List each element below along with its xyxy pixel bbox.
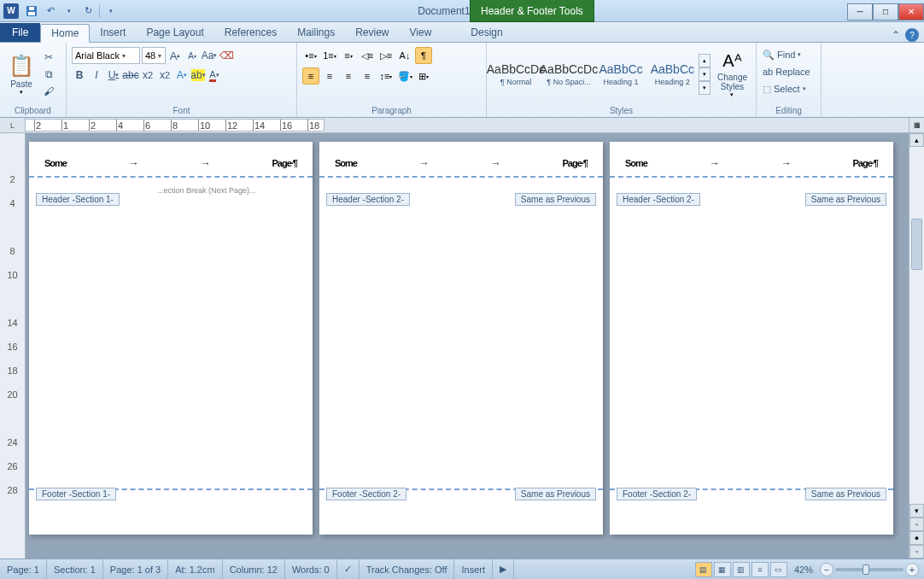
- minimize-button[interactable]: ─: [847, 3, 873, 20]
- decrease-indent-icon[interactable]: ◁≡: [359, 47, 376, 64]
- view-web-layout[interactable]: ▥: [733, 562, 750, 577]
- save-icon[interactable]: [24, 3, 39, 19]
- close-button[interactable]: ✕: [898, 3, 924, 20]
- zoom-slider[interactable]: [835, 568, 904, 571]
- page-header-text[interactable]: Some→→Page·¶: [610, 142, 893, 173]
- tab-selector[interactable]: L: [0, 118, 26, 132]
- style-normal[interactable]: AaBbCcDc¶ Normal: [490, 53, 541, 96]
- scroll-down-button[interactable]: ▾: [909, 504, 924, 518]
- status-words[interactable]: Words: 0: [285, 559, 337, 579]
- font-size-combo[interactable]: 48▾: [142, 47, 166, 64]
- scroll-track[interactable]: [909, 147, 924, 504]
- tab-home[interactable]: Home: [40, 24, 90, 43]
- style-heading-1[interactable]: AaBbCcHeading 1: [596, 53, 646, 96]
- status-macro-icon[interactable]: ▶: [493, 559, 514, 579]
- multilevel-icon[interactable]: ≡▾: [340, 47, 357, 64]
- italic-icon[interactable]: I: [89, 67, 104, 83]
- clear-formatting-icon[interactable]: ⌫: [219, 48, 234, 63]
- increase-indent-icon[interactable]: ▷≡: [377, 47, 395, 64]
- view-print-layout[interactable]: ▤: [695, 562, 712, 577]
- scroll-thumb[interactable]: [911, 219, 922, 270]
- view-draft[interactable]: ▭: [770, 562, 787, 577]
- zoom-out-button[interactable]: −: [820, 563, 833, 576]
- line-spacing-icon[interactable]: ↕≡▾: [377, 67, 395, 85]
- tab-review[interactable]: Review: [345, 23, 399, 42]
- tab-design[interactable]: Design: [460, 23, 512, 42]
- tab-mailings[interactable]: Mailings: [287, 23, 345, 42]
- document-page[interactable]: Some→→Page·¶Header -Section 2-Same as Pr…: [610, 142, 893, 535]
- prev-page-button[interactable]: ◦: [909, 518, 924, 531]
- page-header-text[interactable]: Some→→Page·¶: [319, 142, 603, 173]
- find-button[interactable]: 🔍Find▾: [760, 47, 817, 62]
- align-center-icon[interactable]: ≡: [321, 67, 338, 85]
- shrink-font-icon[interactable]: A▾: [184, 48, 200, 63]
- strikethrough-icon[interactable]: abc: [123, 67, 138, 83]
- tab-insert[interactable]: Insert: [90, 23, 136, 42]
- superscript-icon[interactable]: x2: [157, 67, 173, 83]
- zoom-in-button[interactable]: +: [905, 563, 919, 576]
- sort-icon[interactable]: A↓: [396, 47, 413, 64]
- shading-icon[interactable]: 🪣▾: [396, 67, 413, 85]
- grow-font-icon[interactable]: A▴: [167, 48, 183, 63]
- maximize-button[interactable]: □: [873, 3, 898, 20]
- style-heading-2[interactable]: AaBbCcHeading 2: [647, 53, 697, 96]
- browse-object-button[interactable]: ●: [909, 531, 924, 545]
- undo-icon[interactable]: ↶: [43, 3, 58, 19]
- document-page[interactable]: Some→→Page·¶Header -Section 2-Same as Pr…: [319, 142, 603, 535]
- borders-icon[interactable]: ⊞▾: [415, 67, 432, 85]
- redo-icon[interactable]: ↻: [80, 3, 96, 19]
- document-page[interactable]: Some→→Page·¶Header -Section 1-...ection …: [29, 142, 313, 535]
- paste-button[interactable]: 📋 Paste ▾: [3, 46, 39, 102]
- view-outline[interactable]: ≡: [751, 562, 769, 577]
- word-app-icon[interactable]: W: [3, 3, 19, 19]
- next-page-button[interactable]: ◦: [909, 545, 924, 559]
- status-insert-mode[interactable]: Insert: [454, 559, 493, 579]
- minimize-ribbon-icon[interactable]: ⌃: [892, 29, 900, 41]
- change-styles-button[interactable]: Aᴬ Change Styles ▾: [712, 46, 752, 102]
- zoom-percent[interactable]: 42%: [789, 564, 818, 575]
- status-track-changes[interactable]: Track Changes: Off: [360, 559, 455, 579]
- zoom-slider-handle[interactable]: [863, 564, 869, 575]
- file-tab[interactable]: File: [0, 23, 40, 42]
- tab-references[interactable]: References: [214, 23, 287, 42]
- align-left-icon[interactable]: ≡: [302, 67, 319, 85]
- bullets-icon[interactable]: •≡▾: [302, 47, 319, 64]
- change-case-icon[interactable]: Aa▾: [202, 48, 217, 63]
- style-no-spacing[interactable]: AaBbCcDc¶ No Spaci...: [543, 53, 594, 96]
- show-hide-icon[interactable]: ¶: [415, 47, 432, 64]
- replace-button[interactable]: abReplace: [760, 64, 817, 79]
- format-painter-icon[interactable]: 🖌: [41, 84, 56, 99]
- status-proofing-icon[interactable]: ✓: [337, 559, 360, 579]
- ruler-toggle[interactable]: ▦: [909, 118, 924, 132]
- qat-customize-icon[interactable]: ▾: [103, 3, 119, 19]
- styles-row-up[interactable]: ▴: [699, 54, 711, 67]
- status-page[interactable]: Page: 1: [0, 559, 47, 579]
- page-header-text[interactable]: Some→→Page·¶: [29, 142, 313, 173]
- underline-icon[interactable]: U▾: [106, 67, 121, 83]
- styles-row-down[interactable]: ▾: [699, 67, 711, 81]
- numbering-icon[interactable]: 1≡▾: [321, 47, 338, 64]
- copy-icon[interactable]: ⧉: [41, 67, 56, 82]
- text-effects-icon[interactable]: A▾: [174, 67, 190, 83]
- align-right-icon[interactable]: ≡: [340, 67, 357, 85]
- status-at[interactable]: At: 1.2cm: [168, 559, 222, 579]
- styles-more[interactable]: ▾: [699, 81, 711, 95]
- help-icon[interactable]: ?: [905, 28, 919, 42]
- cut-icon[interactable]: ✂: [41, 50, 56, 65]
- status-page-of[interactable]: Page: 1 of 3: [103, 559, 168, 579]
- tab-page-layout[interactable]: Page Layout: [136, 23, 213, 42]
- status-section[interactable]: Section: 1: [47, 559, 103, 579]
- vertical-ruler[interactable]: 2481014161820242628: [0, 133, 26, 559]
- highlight-icon[interactable]: ab▾: [191, 69, 205, 81]
- tab-view[interactable]: View: [400, 23, 442, 42]
- subscript-icon[interactable]: x2: [140, 67, 155, 83]
- select-button[interactable]: ⬚Select▾: [760, 81, 817, 96]
- scroll-up-button[interactable]: ▴: [909, 133, 924, 147]
- status-column[interactable]: Column: 12: [223, 559, 285, 579]
- bold-icon[interactable]: B: [72, 67, 87, 83]
- view-full-screen[interactable]: ▦: [714, 562, 731, 577]
- undo-dropdown-icon[interactable]: ▾: [61, 3, 77, 19]
- horizontal-ruler[interactable]: 2124681012141618: [26, 119, 325, 132]
- justify-icon[interactable]: ≡: [359, 67, 376, 85]
- font-name-combo[interactable]: Arial Black▾: [72, 47, 140, 64]
